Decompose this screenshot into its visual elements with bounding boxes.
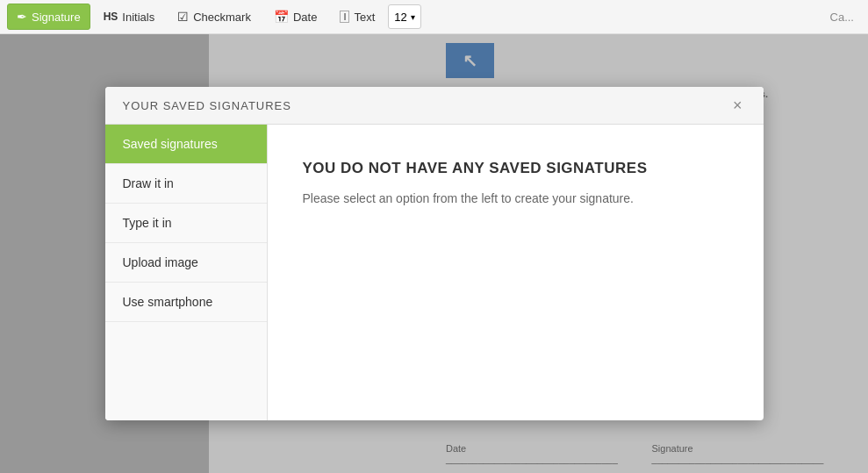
date-label: Date [293,11,317,24]
sidebar-item-type-it-in-label: Type it in [123,216,172,230]
date-icon: 📅 [274,10,289,24]
initials-icon: HS [104,11,118,23]
date-button[interactable]: 📅 Date [264,4,326,30]
sidebar-item-saved-signatures-label: Saved signatures [123,137,218,151]
sidebar-item-use-smartphone[interactable]: Use smartphone [105,283,267,322]
sidebar-item-saved-signatures[interactable]: Saved signatures [105,125,267,164]
font-size-value: 12 [394,11,406,24]
initials-label: Initials [122,11,154,24]
toolbar: ✒ Signature HS Initials ☑ Checkmark 📅 Da… [0,0,868,34]
checkmark-label: Checkmark [193,11,251,24]
text-icon: I [340,11,349,23]
modal-overlay: YOUR SAVED SIGNATURES × Saved signatures… [0,34,868,473]
no-signatures-title: YOU DO NOT HAVE ANY SAVED SIGNATURES [303,160,648,177]
sidebar-item-type-it-in[interactable]: Type it in [105,204,267,243]
modal-header: YOUR SAVED SIGNATURES × [105,87,764,125]
no-signatures-text: Please select an option from the left to… [303,191,634,205]
signature-modal: YOUR SAVED SIGNATURES × Saved signatures… [105,87,764,420]
modal-main-content: YOU DO NOT HAVE ANY SAVED SIGNATURES Ple… [268,125,764,420]
font-size-selector[interactable]: 12 ▾ [388,4,420,29]
modal-close-button[interactable]: × [729,97,746,113]
sidebar-item-use-smartphone-label: Use smartphone [123,295,213,309]
sidebar-item-upload-image[interactable]: Upload image [105,243,267,283]
modal-sidebar: Saved signatures Draw it in Type it in U… [105,125,268,420]
modal-title: YOUR SAVED SIGNATURES [123,99,291,112]
signature-label: Signature [32,11,81,24]
text-label: Text [354,11,375,24]
modal-body: Saved signatures Draw it in Type it in U… [105,125,764,420]
checkmark-button[interactable]: ☑ Checkmark [168,4,261,30]
text-button[interactable]: I Text [330,4,384,30]
initials-button[interactable]: HS Initials [94,4,165,30]
checkmark-icon: ☑ [177,10,189,24]
chevron-down-icon: ▾ [411,12,415,22]
sidebar-item-draw-it-in[interactable]: Draw it in [105,164,267,204]
cancel-label: Ca... [830,11,854,24]
sidebar-item-upload-image-label: Upload image [123,255,198,269]
sidebar-item-draw-it-in-label: Draw it in [123,176,174,190]
signature-button[interactable]: ✒ Signature [7,4,90,30]
signature-icon: ✒ [17,10,27,24]
